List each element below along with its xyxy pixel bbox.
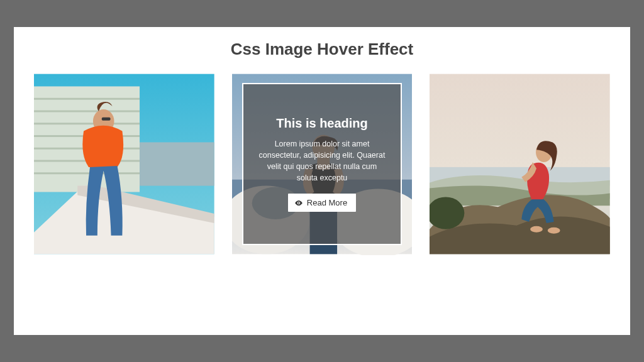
image-card[interactable] — [430, 73, 610, 255]
svg-point-23 — [298, 202, 299, 204]
content-frame: Css Image Hover Effect — [14, 27, 630, 335]
card-image — [430, 73, 610, 255]
card-image — [34, 73, 214, 255]
overlay-heading: This is heading — [276, 116, 368, 131]
image-card[interactable] — [34, 73, 214, 255]
svg-rect-14 — [102, 118, 111, 121]
eye-icon — [294, 199, 303, 207]
overlay-text: Lorem ipsum dolor sit amet consectetur, … — [256, 138, 389, 184]
svg-point-29 — [548, 228, 560, 234]
svg-point-28 — [530, 226, 543, 233]
read-more-label: Read More — [307, 198, 347, 207]
hover-overlay: This is heading Lorem ipsum dolor sit am… — [242, 83, 402, 245]
card-row: This is heading Lorem ipsum dolor sit am… — [14, 73, 630, 255]
image-card[interactable]: This is heading Lorem ipsum dolor sit am… — [232, 73, 413, 255]
svg-rect-9 — [140, 142, 214, 185]
page-title: Css Image Hover Effect — [14, 40, 630, 59]
read-more-button[interactable]: Read More — [288, 194, 356, 212]
